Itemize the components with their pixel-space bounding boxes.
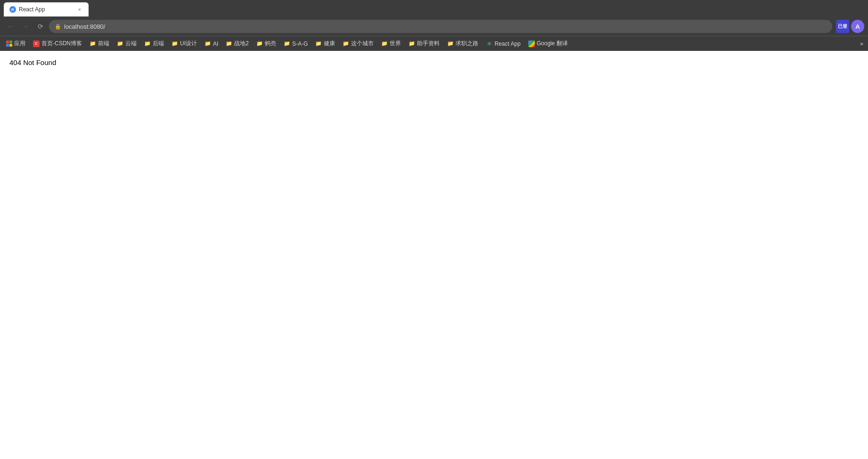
- bookmark-jiankang-label: 健康: [324, 40, 335, 48]
- react-icon: ⚛: [486, 41, 492, 47]
- folder-icon: 📁: [226, 41, 232, 47]
- bookmark-sag[interactable]: 📁 S-A-G: [280, 39, 311, 49]
- csdn-icon: C: [33, 41, 40, 47]
- bookmark-shijie-label: 世界: [390, 40, 401, 48]
- bookmark-uisheji-label: UI设计: [180, 40, 197, 48]
- apps-icon: [6, 41, 12, 47]
- sync-button[interactable]: 已登: [836, 20, 849, 33]
- forward-button[interactable]: →: [19, 20, 32, 33]
- bookmark-ai-label: AI: [213, 41, 218, 47]
- bookmark-zhege-chengshi[interactable]: 📁 这个城市: [339, 38, 377, 49]
- folder-icon: 📁: [315, 41, 322, 47]
- address-bar[interactable]: 🔒 localhost:8080/: [49, 20, 832, 33]
- reload-button[interactable]: ⟳: [34, 20, 47, 33]
- bookmark-maishou[interactable]: 📁 蚂売: [253, 38, 280, 49]
- tab-favicon: R: [9, 6, 16, 13]
- bookmark-zhushou-ziliao-label: 助手资料: [417, 40, 440, 48]
- bookmark-maishou-label: 蚂売: [265, 40, 276, 48]
- google-translate-icon: [528, 41, 535, 47]
- folder-icon: 📁: [90, 41, 96, 47]
- bookmark-zhushou-ziliao[interactable]: 📁 助手资料: [405, 38, 443, 49]
- bookmark-houduan[interactable]: 📁 后端: [140, 38, 168, 49]
- active-tab[interactable]: R React App ×: [4, 2, 89, 16]
- browser-chrome: R React App × ← → ⟳ 🔒 localhost:8080/ 已登…: [0, 0, 868, 51]
- folder-icon: 📁: [343, 41, 349, 47]
- bookmark-react-app[interactable]: ⚛ React App: [482, 39, 524, 49]
- lock-icon: 🔒: [55, 24, 61, 30]
- folder-icon: 📁: [284, 41, 290, 47]
- bookmark-google-translate[interactable]: Google 翻译: [524, 38, 572, 49]
- bookmark-zhandi2[interactable]: 📁 战地2: [222, 38, 253, 49]
- avatar-label: A: [855, 23, 860, 30]
- bookmark-shijie[interactable]: 📁 世界: [377, 38, 405, 49]
- folder-icon: 📁: [256, 41, 263, 47]
- folder-icon: 📁: [447, 41, 454, 47]
- folder-icon: 📁: [381, 41, 388, 47]
- tab-bar: R React App ×: [0, 0, 868, 17]
- bookmark-houduan-label: 后端: [153, 40, 164, 48]
- not-found-message: 404 Not Found: [9, 58, 56, 66]
- folder-icon: 📁: [144, 41, 151, 47]
- bookmark-qiuzhi-zhilu-label: 求职之路: [456, 40, 478, 48]
- bookmark-uisheji[interactable]: 📁 UI设计: [168, 38, 201, 49]
- bookmark-zhege-chengshi-label: 这个城市: [351, 40, 374, 48]
- page-content: 404 Not Found: [0, 51, 868, 459]
- bookmarks-bar: 应用 C 首页-CSDN博客 📁 前端 📁 云端 📁 后端 📁 UI设计 📁 A…: [0, 36, 868, 51]
- bookmark-qiuzhi-zhilu[interactable]: 📁 求职之路: [443, 38, 482, 49]
- folder-icon: 📁: [205, 41, 211, 47]
- bookmark-apps[interactable]: 应用: [2, 38, 29, 49]
- tab-close-button[interactable]: ×: [76, 6, 83, 13]
- bookmark-sag-label: S-A-G: [292, 41, 308, 47]
- nav-bar: ← → ⟳ 🔒 localhost:8080/ 已登 A: [0, 17, 868, 36]
- url-text: localhost:8080/: [64, 23, 827, 30]
- folder-icon: 📁: [409, 41, 415, 47]
- bookmark-react-app-label: React App: [494, 41, 520, 47]
- bookmark-ai[interactable]: 📁 AI: [201, 39, 222, 49]
- bookmark-jiankang[interactable]: 📁 健康: [311, 38, 339, 49]
- bookmark-apps-label: 应用: [14, 40, 25, 48]
- sync-label: 已登: [838, 23, 847, 30]
- bookmark-yunuan-label: 云端: [125, 40, 137, 48]
- bookmark-yunuan[interactable]: 📁 云端: [113, 38, 140, 49]
- folder-icon: 📁: [172, 41, 178, 47]
- back-button[interactable]: ←: [4, 20, 17, 33]
- bookmark-google-translate-label: Google 翻译: [537, 40, 568, 48]
- bookmark-csdn[interactable]: C 首页-CSDN博客: [29, 38, 86, 49]
- tab-title: React App: [19, 6, 74, 13]
- bookmark-qianduan-label: 前端: [98, 40, 109, 48]
- nav-right: 已登 A: [836, 20, 864, 33]
- folder-icon: 📁: [117, 41, 123, 47]
- bookmark-zhandi2-label: 战地2: [234, 40, 249, 48]
- bookmark-qianduan[interactable]: 📁 前端: [86, 38, 113, 49]
- bookmarks-more-button[interactable]: »: [857, 39, 866, 49]
- avatar-button[interactable]: A: [851, 20, 864, 33]
- bookmark-csdn-label: 首页-CSDN博客: [41, 40, 82, 48]
